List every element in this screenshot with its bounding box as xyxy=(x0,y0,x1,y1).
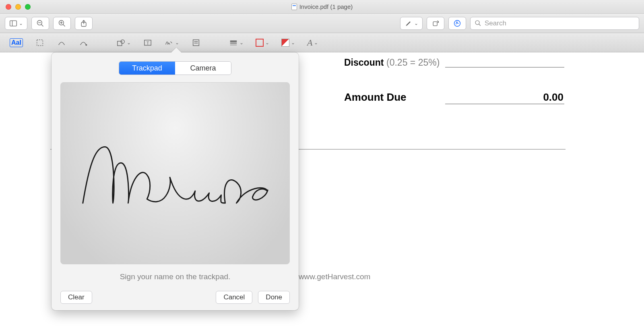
share-button[interactable] xyxy=(75,17,93,30)
tab-camera[interactable]: Camera xyxy=(175,62,231,75)
signature-hint: Sign your name on the trackpad. xyxy=(60,272,290,281)
svg-rect-14 xyxy=(37,39,43,46)
svg-rect-0 xyxy=(10,21,17,26)
chevron-down-icon: ⌄ xyxy=(314,40,318,46)
markup-toggle-button[interactable] xyxy=(448,17,466,30)
highlight-button[interactable]: ⌄ xyxy=(400,17,423,30)
border-color-button[interactable]: ⌄ xyxy=(252,36,272,50)
done-button[interactable]: Done xyxy=(258,291,290,304)
chevron-down-icon: ⌄ xyxy=(19,21,23,26)
window-titlebar: Invoice.pdf (1 page) xyxy=(0,0,644,14)
window-title-text: Invoice.pdf (1 page) xyxy=(299,3,353,10)
amount-due-value: 0.00 xyxy=(543,91,564,104)
document-icon xyxy=(291,4,297,10)
svg-point-12 xyxy=(475,21,479,25)
svg-text:T: T xyxy=(147,40,149,45)
svg-line-6 xyxy=(63,24,65,26)
rotate-button[interactable] xyxy=(427,17,444,30)
signature-stroke xyxy=(61,83,289,247)
signature-pad[interactable] xyxy=(60,82,290,264)
note-button[interactable] xyxy=(188,36,204,50)
svg-rect-20 xyxy=(193,39,199,46)
fill-color-button[interactable]: ⌄ xyxy=(278,36,298,50)
amount-due-label: Amount Due xyxy=(344,91,407,104)
svg-point-17 xyxy=(121,39,124,43)
zoom-out-button[interactable] xyxy=(31,17,49,30)
clear-button[interactable]: Clear xyxy=(60,291,92,304)
svg-rect-10 xyxy=(433,21,437,25)
chevron-down-icon: ⌄ xyxy=(175,40,179,46)
sidebar-toggle-button[interactable]: ⌄ xyxy=(5,17,27,30)
cancel-button[interactable]: Cancel xyxy=(216,291,252,304)
svg-rect-16 xyxy=(118,41,122,46)
textbox-button[interactable]: T xyxy=(140,36,156,50)
chevron-down-icon: ⌄ xyxy=(239,40,244,46)
search-field[interactable]: Search xyxy=(470,17,639,30)
shapes-button[interactable]: ⌄ xyxy=(113,36,134,50)
popover-button-row: Clear Cancel Done xyxy=(60,291,290,304)
popover-arrow xyxy=(171,48,181,52)
svg-point-15 xyxy=(86,44,87,46)
text-style-button[interactable]: AaI xyxy=(6,36,26,50)
chevron-down-icon: ⌄ xyxy=(291,40,295,46)
svg-line-3 xyxy=(41,24,43,26)
rect-select-button[interactable] xyxy=(32,36,48,50)
discount-field-line xyxy=(445,67,564,68)
search-icon xyxy=(475,20,481,27)
sketch-button[interactable] xyxy=(54,36,70,50)
amount-due-line xyxy=(445,104,564,104)
chevron-down-icon: ⌄ xyxy=(414,21,418,26)
fill-swatch-icon xyxy=(281,39,289,47)
window-title: Invoice.pdf (1 page) xyxy=(0,3,644,10)
signature-source-segmented: Trackpad Camera xyxy=(119,61,231,75)
signature-popover: Trackpad Camera Sign your name on the tr… xyxy=(52,52,299,310)
svg-line-13 xyxy=(479,24,481,26)
search-placeholder: Search xyxy=(485,19,506,27)
tab-trackpad[interactable]: Trackpad xyxy=(119,62,175,75)
svg-point-11 xyxy=(454,20,460,26)
zoom-in-button[interactable] xyxy=(53,17,71,30)
main-toolbar: ⌄ ⌄ Search xyxy=(0,14,644,33)
color-swatch-icon xyxy=(256,39,264,47)
border-style-button[interactable]: ⌄ xyxy=(226,36,247,50)
font-style-button[interactable]: A ⌄ xyxy=(304,36,321,50)
markup-toolbar: AaI ⌄ T ⌄ ⌄ ⌄ ⌄ A ⌄ xyxy=(0,33,644,52)
discount-hint: (0.25 = 25%) xyxy=(386,57,440,68)
discount-label: Discount xyxy=(344,57,384,68)
draw-button[interactable] xyxy=(75,36,91,50)
chevron-down-icon: ⌄ xyxy=(265,40,269,46)
chevron-down-icon: ⌄ xyxy=(127,40,131,46)
